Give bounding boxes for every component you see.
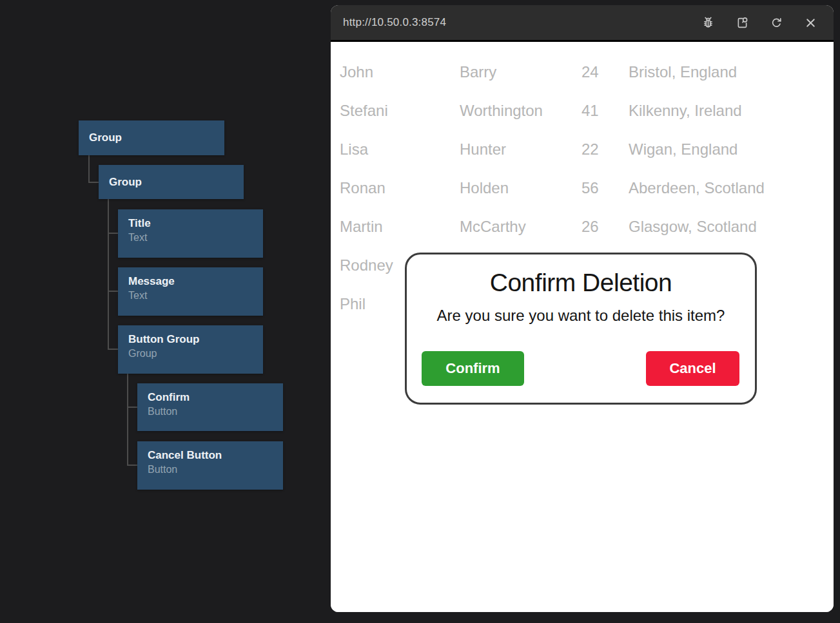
reload-icon[interactable] <box>769 15 784 30</box>
cell-location: Wigan, England <box>629 129 767 168</box>
tree-node-title: Button Group <box>128 333 263 346</box>
titlebar-icons <box>701 15 818 30</box>
tree-connector <box>88 182 99 183</box>
tree-node-title: Message <box>128 275 263 288</box>
cell-first: Lisa <box>340 129 460 168</box>
browser-titlebar: http://10.50.0.3:8574 <box>331 5 834 42</box>
cell-last: McCarthy <box>460 207 581 245</box>
tree-node-type: Text <box>128 232 263 244</box>
tree-node-group-root[interactable]: Group <box>79 120 224 155</box>
tree-node-title: Title <box>128 217 263 230</box>
tree-node-type: Button <box>148 464 283 475</box>
tree-connector <box>88 155 90 183</box>
tree-node-title: Group <box>89 131 122 144</box>
tree-node-title: Group <box>109 176 142 189</box>
cell-location: Bristol, England <box>629 52 767 91</box>
tree-node-title: Confirm <box>148 391 283 404</box>
modal-message: Are you sure you want to delete this ite… <box>407 307 755 325</box>
cell-location: Aberdeen, Scotland <box>629 168 767 207</box>
url-bar[interactable]: http://10.50.0.3:8574 <box>343 16 701 29</box>
confirm-button[interactable]: Confirm <box>422 351 524 386</box>
tree-node-type: Text <box>128 290 263 302</box>
cell-first: Ronan <box>340 168 460 207</box>
cell-age: 56 <box>581 168 629 207</box>
tree-node-message-text[interactable]: Message Text <box>118 267 263 316</box>
tree-connector <box>108 233 118 234</box>
confirm-deletion-modal: Confirm Deletion Are you sure you want t… <box>405 253 757 405</box>
table-row: LisaHunter22Wigan, England <box>340 129 767 168</box>
modal-title: Confirm Deletion <box>407 269 755 297</box>
cell-first: Stefani <box>340 91 460 129</box>
desktop: Group Group Title Text Message Text Butt… <box>0 0 840 623</box>
close-icon[interactable] <box>803 15 818 30</box>
page-content: JohnBarry24Bristol, EnglandStefaniWorthi… <box>331 42 834 612</box>
inspect-icon[interactable] <box>735 15 750 30</box>
tree-connector <box>127 407 137 408</box>
cancel-button[interactable]: Cancel <box>646 351 739 386</box>
tree-connector <box>127 374 128 466</box>
cell-age: 24 <box>581 52 629 91</box>
cell-age: 26 <box>581 207 629 245</box>
tree-node-confirm-button[interactable]: Confirm Button <box>137 383 283 431</box>
table-row: RonanHolden56Aberdeen, Scotland <box>340 168 767 207</box>
tree-connector <box>108 291 118 292</box>
tree-connector <box>108 199 109 350</box>
tree-node-button-group[interactable]: Button Group Group <box>118 325 263 374</box>
table-row: MartinMcCarthy26Glasgow, Scotland <box>340 207 767 245</box>
tree-connector <box>127 465 137 466</box>
cell-first: John <box>340 52 460 91</box>
browser-window: http://10.50.0.3:8574 <box>331 5 834 612</box>
cell-last: Hunter <box>460 129 581 168</box>
cell-last: Barry <box>460 52 581 91</box>
cell-age: 22 <box>581 129 629 168</box>
table-row: StefaniWorthington41Kilkenny, Ireland <box>340 91 767 129</box>
cell-location: Glasgow, Scotland <box>629 207 767 245</box>
cell-first: Martin <box>340 207 460 245</box>
cell-location: Kilkenny, Ireland <box>629 91 767 129</box>
tree-node-group-inner[interactable]: Group <box>99 165 244 199</box>
tree-node-title-text[interactable]: Title Text <box>118 209 263 258</box>
tree-connector <box>108 349 118 350</box>
bug-icon[interactable] <box>701 15 716 30</box>
tree-node-title: Cancel Button <box>148 449 283 462</box>
table-row: JohnBarry24Bristol, England <box>340 52 767 91</box>
cell-age: 41 <box>581 91 629 129</box>
cell-last: Worthington <box>460 91 581 129</box>
tree-node-type: Button <box>148 406 283 417</box>
cell-last: Holden <box>460 168 581 207</box>
tree-node-type: Group <box>128 348 263 359</box>
modal-buttons: Confirm Cancel <box>422 351 739 386</box>
tree-node-cancel-button[interactable]: Cancel Button Button <box>137 441 283 490</box>
